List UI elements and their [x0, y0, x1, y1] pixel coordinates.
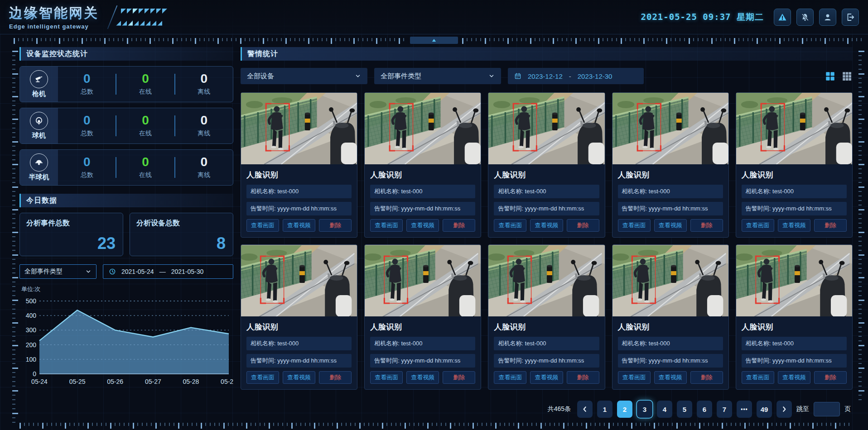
left-date-range-picker[interactable]: 2021-05-24 — 2021-05-30 — [103, 264, 233, 279]
snapshot-image — [488, 93, 604, 164]
view-image-button[interactable]: 查看画面 — [370, 219, 403, 232]
alert-card: 人脸识别相机名称: test-000告警时间: yyyy-mm-dd hh:mm… — [241, 244, 357, 390]
view-image-button[interactable]: 查看画面 — [742, 371, 774, 384]
more-pages-button[interactable]: ••• — [737, 401, 752, 418]
delete-button[interactable]: 删除 — [443, 371, 475, 384]
alert-snapshot[interactable] — [612, 93, 728, 164]
header-logout-button[interactable] — [842, 9, 859, 26]
view-video-button[interactable]: 查看视频 — [530, 371, 563, 384]
device-type-tile: 半球机 — [20, 150, 58, 185]
alert-card: 人脸识别相机名称: test-000告警时间: yyyy-mm-dd hh:mm… — [736, 92, 853, 238]
delete-button[interactable]: 删除 — [690, 371, 723, 384]
device-type-label: 球机 — [32, 131, 46, 140]
half-dome-camera-icon — [34, 158, 44, 167]
alert-snapshot[interactable] — [241, 93, 357, 164]
device-type-circle — [30, 112, 48, 130]
view-image-button[interactable]: 查看画面 — [618, 219, 651, 232]
view-video-button[interactable]: 查看视频 — [283, 371, 315, 384]
svg-text:100: 100 — [26, 356, 37, 363]
alert-snapshot[interactable] — [241, 245, 357, 316]
delete-button[interactable]: 删除 — [319, 219, 352, 232]
snapshot-image — [488, 245, 604, 316]
alert-time: 告警时间: yyyy-mm-dd hh:mm:ss — [370, 202, 475, 215]
collapse-panel-button[interactable] — [410, 37, 458, 44]
device-stats-list: 枪机0总数0在线0离线球机0总数0在线0离线半球机0总数0在线0离线 — [19, 61, 233, 186]
prev-page-button[interactable] — [577, 401, 593, 418]
alert-snapshot[interactable] — [736, 245, 852, 316]
device-select[interactable]: 全部设备 — [241, 68, 367, 84]
alert-time: 告警时间: yyyy-mm-dd hh:mm:ss — [370, 354, 475, 368]
delete-button[interactable]: 删除 — [814, 219, 847, 232]
view-video-button[interactable]: 查看视频 — [778, 219, 810, 232]
alert-snapshot[interactable] — [365, 245, 481, 316]
table-view-icon[interactable] — [841, 71, 853, 82]
svg-text:05-24: 05-24 — [31, 378, 48, 385]
delete-button[interactable]: 删除 — [567, 219, 599, 232]
view-image-button[interactable]: 查看画面 — [494, 371, 526, 384]
view-video-button[interactable]: 查看视频 — [654, 219, 687, 232]
view-video-button[interactable]: 查看视频 — [778, 371, 810, 384]
view-video-button[interactable]: 查看视频 — [530, 219, 563, 232]
delete-button[interactable]: 删除 — [814, 371, 847, 384]
view-image-button[interactable]: 查看画面 — [742, 219, 774, 232]
alert-time: 告警时间: yyyy-mm-dd hh:mm:ss — [246, 202, 352, 215]
view-image-button[interactable]: 查看画面 — [494, 219, 526, 232]
page-button-5[interactable]: 5 — [677, 401, 692, 418]
alert-date-range-picker[interactable]: 2023-12-12 - 2023-12-30 — [508, 68, 644, 84]
alert-snapshot[interactable] — [736, 93, 852, 164]
event-type-select[interactable]: 全部事件类型 — [19, 264, 96, 279]
page-button-7[interactable]: 7 — [717, 401, 732, 418]
jump-page-input[interactable] — [814, 402, 840, 416]
view-image-button[interactable]: 查看画面 — [246, 371, 279, 384]
page-button-6[interactable]: 6 — [697, 401, 712, 418]
alert-event-type-select[interactable]: 全部事件类型 — [374, 68, 501, 84]
svg-text:400: 400 — [26, 312, 37, 319]
page-button-2[interactable]: 2 — [617, 401, 632, 418]
device-type-circle — [30, 153, 48, 172]
view-video-button[interactable]: 查看视频 — [283, 219, 315, 232]
alert-camera-name: 相机名称: test-000 — [370, 185, 475, 198]
alert-card: 人脸识别相机名称: test-000告警时间: yyyy-mm-dd hh:mm… — [488, 244, 605, 390]
delete-button[interactable]: 删除 — [319, 371, 352, 384]
header-alarm-button[interactable] — [774, 9, 791, 26]
header-mute-button[interactable] — [796, 9, 814, 26]
header-user-button[interactable] — [819, 9, 836, 26]
alert-snapshot[interactable] — [365, 93, 481, 164]
page-button-1[interactable]: 1 — [597, 401, 612, 418]
alert-time: 告警时间: yyyy-mm-dd hh:mm:ss — [618, 354, 723, 368]
alert-type-label: 人脸识别 — [370, 170, 475, 180]
collapse-up-icon — [431, 38, 437, 43]
next-page-button[interactable] — [776, 401, 792, 418]
view-video-button[interactable]: 查看视频 — [654, 371, 687, 384]
alert-camera-name: 相机名称: test-000 — [742, 185, 847, 198]
alert-type-label: 人脸识别 — [618, 170, 723, 180]
view-video-button[interactable]: 查看视频 — [406, 371, 439, 384]
main-nav: 视频监控历史回放警情信息分析策略设备管理任务管理系统状态配置 — [121, 9, 162, 26]
alert-snapshot[interactable] — [488, 245, 604, 316]
delete-button[interactable]: 删除 — [443, 219, 475, 232]
device-type-tile: 枪机 — [20, 67, 58, 102]
device-stats-header: 设备监控状态统计 — [19, 47, 233, 61]
delete-button[interactable]: 删除 — [690, 219, 723, 232]
page-button-4[interactable]: 4 — [657, 401, 672, 418]
alert-snapshot[interactable] — [488, 93, 604, 164]
alert-camera-name: 相机名称: test-000 — [370, 337, 475, 350]
page-button-49[interactable]: 49 — [757, 401, 772, 418]
alert-event-type-value: 全部事件类型 — [381, 72, 421, 81]
alert-time: 告警时间: yyyy-mm-dd hh:mm:ss — [246, 354, 352, 368]
view-image-button[interactable]: 查看画面 — [618, 371, 651, 384]
svg-text:05-29: 05-29 — [221, 378, 233, 385]
delete-button[interactable]: 删除 — [567, 371, 599, 384]
header-right: 2021-05-25 09:37 星期二 — [641, 9, 859, 26]
alert-type-label: 人脸识别 — [742, 170, 847, 180]
view-video-button[interactable]: 查看视频 — [406, 219, 439, 232]
alert-snapshot[interactable] — [612, 245, 728, 316]
device-type-label: 半球机 — [29, 173, 49, 182]
page-button-3[interactable]: 3 — [637, 401, 652, 418]
alert-type-label: 人脸识别 — [246, 322, 352, 332]
logout-icon — [846, 13, 855, 22]
ruler-ticks-bottom — [19, 423, 850, 429]
view-image-button[interactable]: 查看画面 — [370, 371, 403, 384]
view-image-button[interactable]: 查看画面 — [246, 219, 279, 232]
grid-view-icon[interactable] — [825, 71, 836, 82]
